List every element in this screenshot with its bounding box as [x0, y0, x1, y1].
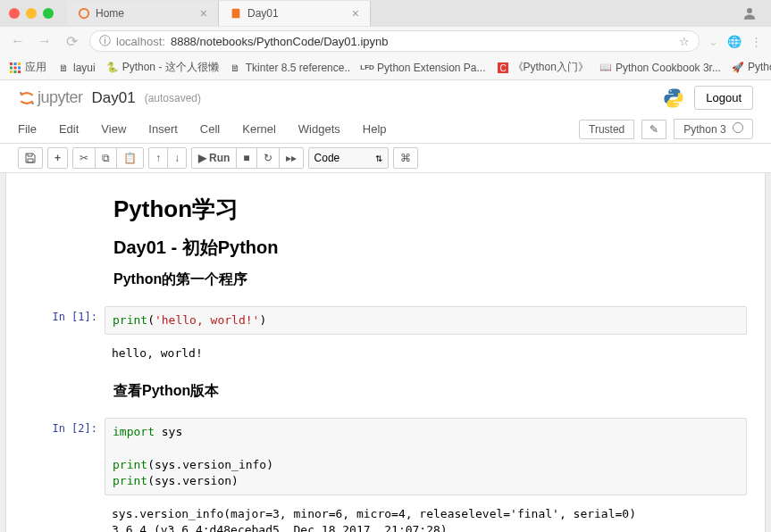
restart-button[interactable]: ↻ [256, 147, 280, 169]
bookmarks-bar: 应用 🗎 layui 🐍 Python - 这个人很懒 🗎 Tkinter 8.… [0, 55, 771, 80]
chrome-menu-icon[interactable]: ⋮ [750, 35, 762, 48]
cell-output: hello, world! [24, 340, 747, 367]
close-tab-icon[interactable]: × [352, 6, 359, 21]
cell-output: sys.version_info(major=3, minor=6, micro… [24, 501, 747, 532]
address-bar[interactable]: ⓘ localhost:8888/notebooks/PythonCode/Da… [89, 30, 700, 52]
heading-1: Python学习 [113, 194, 747, 225]
address-row: ← → ⟳ ⓘ localhost:8888/notebooks/PythonC… [0, 27, 771, 55]
back-button[interactable]: ← [9, 33, 27, 49]
kernel-indicator-icon [733, 122, 743, 133]
bookmark-python-ext[interactable]: LFD Python Extension Pa... [361, 62, 485, 74]
svg-rect-9 [10, 71, 13, 73]
heading-2: Day01 - 初始Python [113, 236, 747, 260]
menu-widgets[interactable]: Widgets [298, 119, 340, 139]
browser-tab-day01[interactable]: Day01 × [219, 1, 371, 26]
tab-row: Home × Day01 × [0, 0, 771, 27]
svg-rect-5 [18, 62, 21, 65]
minimize-window[interactable] [26, 8, 37, 19]
doc-icon: 🗎 [57, 62, 70, 74]
logout-button[interactable]: Logout [694, 86, 753, 110]
kernel-name[interactable]: Python 3 [674, 119, 753, 139]
book-icon: 📖 [599, 62, 612, 74]
red-icon: C [497, 62, 509, 74]
edit-icon[interactable]: ✎ [641, 120, 666, 139]
svg-rect-6 [10, 66, 13, 69]
svg-point-16 [670, 90, 672, 92]
rocket-icon: 🚀 [732, 62, 744, 74]
forward-button[interactable]: → [36, 33, 54, 49]
code-cell-2[interactable]: In [2]: import sys print(sys.version_inf… [24, 418, 747, 495]
bookmark-tutorial[interactable]: 🚀 Python教程 [732, 60, 771, 75]
cut-button[interactable]: ✂ [72, 147, 96, 169]
input-prompt: In [1]: [24, 306, 105, 335]
bookmark-apps[interactable]: 应用 [9, 60, 46, 75]
info-icon[interactable]: ⓘ [99, 33, 111, 49]
bookmark-python-blog[interactable]: 🐍 Python - 这个人很懒 [106, 60, 219, 75]
lfd-icon: LFD [361, 62, 373, 74]
browser-chrome: Home × Day01 × ← → ⟳ ⓘ localhost:8888/no… [0, 0, 771, 80]
move-up-button[interactable]: ↑ [148, 147, 168, 169]
maximize-window[interactable] [43, 8, 54, 19]
bookmark-layui[interactable]: 🗎 layui [57, 62, 96, 74]
jupyter-brand-text: jupyter [38, 88, 83, 107]
bookmark-label: Python - 这个人很懒 [122, 60, 219, 75]
input-prompt: In [2]: [24, 418, 105, 495]
heading-3: Python的第一个程序 [113, 270, 747, 289]
add-cell-button[interactable]: + [47, 147, 68, 169]
code-input[interactable]: print('hello, world!') [105, 306, 747, 335]
run-button[interactable]: ▶ Run [191, 147, 237, 169]
code-input[interactable]: import sys print(sys.version_info) print… [105, 418, 747, 495]
jupyter-app: jupyter Day01 (autosaved) Logout File Ed… [0, 80, 771, 532]
reload-button[interactable]: ⟳ [63, 33, 80, 50]
svg-rect-7 [14, 66, 17, 69]
window-controls [9, 8, 54, 19]
jupyter-favicon-icon [78, 7, 90, 20]
browser-tab-home[interactable]: Home × [67, 1, 219, 26]
bookmark-label: Tkinter 8.5 reference.. [246, 62, 350, 74]
bookmark-cookbook[interactable]: 📖 Python Cookbook 3r... [599, 62, 721, 74]
stop-button[interactable]: ■ [236, 147, 256, 169]
svg-rect-8 [18, 66, 21, 69]
close-window[interactable] [9, 8, 20, 19]
command-palette-button[interactable]: ⌘ [393, 147, 418, 169]
bookmark-label: 应用 [25, 60, 46, 75]
svg-point-17 [676, 104, 678, 106]
copy-button[interactable]: ⧉ [95, 147, 117, 169]
close-tab-icon[interactable]: × [200, 6, 207, 21]
svg-point-15 [31, 102, 33, 104]
menu-kernel[interactable]: Kernel [242, 119, 276, 139]
menu-edit[interactable]: Edit [59, 119, 79, 139]
extension-icon[interactable]: ⌄ [708, 35, 718, 48]
bookmark-tkinter[interactable]: 🗎 Tkinter 8.5 reference.. [230, 62, 350, 74]
bookmark-star-icon[interactable]: ☆ [679, 35, 690, 48]
bookmark-python-intro[interactable]: C 《Python入门》 [497, 60, 589, 75]
trusted-status[interactable]: Trusted [579, 120, 634, 139]
save-button[interactable] [18, 147, 43, 169]
bookmark-label: layui [73, 62, 96, 74]
user-profile-icon[interactable] [742, 5, 758, 21]
autosave-status: (autosaved) [145, 92, 201, 104]
jupyter-logo[interactable]: jupyter [18, 88, 83, 107]
notebook-filename[interactable]: Day01 [92, 89, 136, 107]
extension-globe-icon[interactable]: 🌐 [727, 35, 742, 48]
svg-rect-10 [14, 71, 17, 73]
bookmark-label: 《Python入门》 [513, 60, 589, 75]
menu-file[interactable]: File [18, 119, 37, 139]
python-logo-icon [662, 87, 685, 110]
jupyter-header: jupyter Day01 (autosaved) Logout [0, 80, 771, 115]
menu-insert[interactable]: Insert [148, 119, 178, 139]
fast-forward-button[interactable]: ▸▸ [279, 147, 304, 169]
menu-cell[interactable]: Cell [200, 119, 220, 139]
move-down-button[interactable]: ↓ [167, 147, 187, 169]
svg-point-14 [20, 91, 22, 94]
markdown-cell[interactable]: Python学习 Day01 - 初始Python Python的第一个程序 [24, 182, 747, 301]
code-cell-1[interactable]: In [1]: print('hello, world!') [24, 306, 747, 335]
svg-point-0 [80, 9, 89, 19]
menu-view[interactable]: View [101, 119, 126, 139]
bookmark-label: Python Extension Pa... [377, 62, 485, 74]
markdown-cell[interactable]: 查看Python版本 [24, 367, 747, 412]
cell-type-select[interactable]: Code⇅ [308, 147, 389, 169]
paste-button[interactable]: 📋 [116, 147, 144, 169]
menu-help[interactable]: Help [363, 119, 387, 139]
heading-3: 查看Python版本 [113, 382, 747, 401]
